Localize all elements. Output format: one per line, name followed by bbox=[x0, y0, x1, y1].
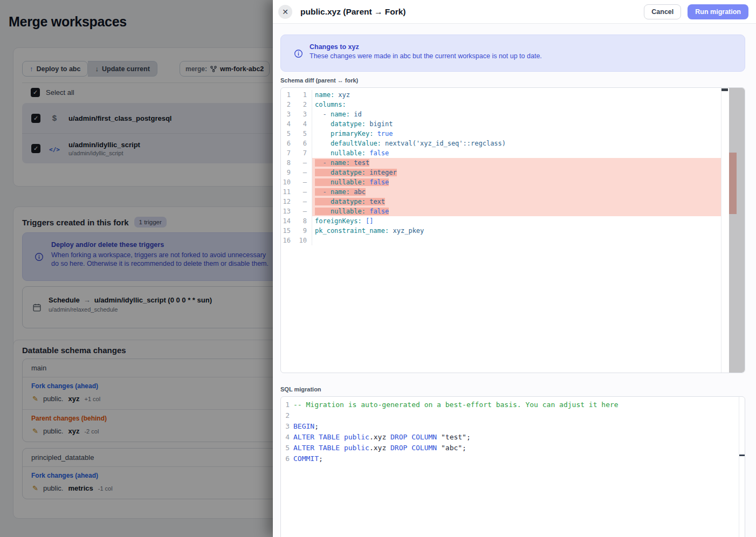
code-token bbox=[315, 130, 331, 137]
code-token: defaultValue: bbox=[331, 140, 381, 147]
diff-gutter-old: 12 bbox=[281, 197, 291, 206]
diff-line-text: foreignKeys: [] bbox=[315, 217, 373, 225]
code-token bbox=[340, 444, 344, 452]
diff-overview-ruler[interactable] bbox=[729, 88, 745, 373]
diff-line-text: columns: bbox=[315, 101, 346, 108]
diff-gutter-old: 2 bbox=[281, 100, 291, 109]
diff-line-text: nullable: false bbox=[315, 149, 389, 157]
sql-line-code: COMMIT; bbox=[290, 453, 739, 464]
diff-line: 11– - name: abc bbox=[281, 187, 745, 197]
diff-line-text: - name: id bbox=[315, 111, 362, 118]
code-token: . bbox=[369, 444, 374, 452]
sql-line-code: ALTER TABLE public.xyz DROP COLUMN "test… bbox=[290, 432, 739, 443]
diff-gutter-new: 6 bbox=[291, 139, 307, 148]
diff-line: 1610 bbox=[281, 236, 745, 245]
diff-line-code: primaryKey: true bbox=[312, 129, 721, 139]
code-token bbox=[315, 169, 331, 176]
diff-gutter-new: 5 bbox=[291, 129, 307, 139]
code-token: COMMIT bbox=[293, 455, 319, 463]
schema-diff-editor[interactable]: 11name: xyz22columns:33 - name: id44 dat… bbox=[280, 87, 745, 373]
diff-gutter-new: 9 bbox=[291, 226, 307, 236]
changes-banner: Changes to xyz These changes were made i… bbox=[280, 35, 745, 72]
code-token: nullable: bbox=[331, 208, 366, 215]
code-token bbox=[315, 159, 322, 167]
diff-line: 159pk_constraint_name: xyz_pkey bbox=[281, 226, 745, 236]
code-token bbox=[315, 111, 322, 118]
diff-line-text: pk_constraint_name: xyz_pkey bbox=[315, 227, 424, 235]
diff-line-text: nullable: false bbox=[315, 178, 389, 186]
sql-line-code: BEGIN; bbox=[290, 421, 739, 432]
diff-line-code: name: xyz bbox=[312, 90, 721, 100]
diff-gutter-new: – bbox=[291, 177, 307, 187]
diff-line-text: defaultValue: nextval('xyz_id_seq'::regc… bbox=[315, 140, 506, 147]
code-token: columns: bbox=[315, 101, 346, 108]
diff-gutter-old: 15 bbox=[281, 226, 291, 236]
diff-deleted-chunk-marker bbox=[729, 153, 737, 214]
code-token: text bbox=[369, 198, 385, 205]
code-token: bigint bbox=[369, 120, 393, 128]
code-token: false bbox=[369, 208, 389, 215]
code-token: xyz_pkey bbox=[393, 227, 424, 235]
cancel-button[interactable]: Cancel bbox=[644, 4, 681, 19]
diff-line-text: datatype: text bbox=[315, 198, 385, 205]
sql-scrollbar-marker[interactable] bbox=[739, 455, 745, 456]
sql-line-code: -- Migration is auto-generated on a best… bbox=[290, 400, 739, 410]
diff-line-code: datatype: bigint bbox=[312, 119, 721, 129]
diff-gutter-old: 13 bbox=[281, 206, 291, 216]
diff-gutter-old: 3 bbox=[281, 109, 291, 119]
code-token: datatype: bbox=[331, 120, 366, 128]
code-token: foreignKeys: bbox=[315, 217, 362, 225]
schema-diff-label: Schema diff (parent ↔ fork) bbox=[280, 77, 358, 84]
diff-gutter-separator bbox=[307, 177, 312, 187]
code-token: name: bbox=[331, 159, 350, 167]
diff-line: 9– datatype: integer bbox=[281, 168, 745, 177]
code-token: nullable: bbox=[331, 178, 366, 186]
diff-gutter-new: – bbox=[291, 158, 307, 168]
diff-line-code: nullable: false bbox=[312, 177, 721, 187]
code-token: DROP bbox=[390, 433, 407, 441]
drawer-header: ✕ public.xyz (Parent → Fork) Cancel Run … bbox=[273, 0, 756, 24]
code-token bbox=[389, 227, 393, 235]
code-token: nextval('xyz_id_seq'::regclass) bbox=[385, 140, 506, 147]
sql-migration-editor[interactable]: 1-- Migration is auto-generated on a bes… bbox=[280, 396, 745, 537]
diff-line-text: - name: test bbox=[315, 159, 369, 167]
code-token: DROP bbox=[390, 444, 407, 452]
code-token: COLUMN bbox=[411, 433, 437, 441]
diff-gutter-separator bbox=[307, 206, 312, 216]
diff-gutter-new: 8 bbox=[291, 216, 307, 226]
sql-gutter: 1 bbox=[281, 400, 290, 410]
close-icon[interactable]: ✕ bbox=[278, 5, 292, 19]
diff-line-code: defaultValue: nextval('xyz_id_seq'::regc… bbox=[312, 139, 721, 148]
code-token: - bbox=[322, 188, 330, 196]
code-token: ALTER bbox=[293, 433, 314, 441]
code-token: datatype: bbox=[331, 198, 366, 205]
diff-gutter-separator bbox=[307, 187, 312, 197]
diff-line: 44 datatype: bigint bbox=[281, 119, 745, 129]
run-migration-button[interactable]: Run migration bbox=[688, 4, 748, 19]
code-token: true bbox=[377, 130, 393, 137]
code-token: ; bbox=[319, 455, 323, 463]
banner-text: These changes were made in abc but the c… bbox=[310, 52, 542, 60]
diff-gutter-old: 5 bbox=[281, 129, 291, 139]
diff-gutter-new: – bbox=[291, 206, 307, 216]
diff-line: 10– nullable: false bbox=[281, 177, 745, 187]
diff-line-text: datatype: integer bbox=[315, 169, 397, 176]
diff-scroll-track bbox=[721, 88, 721, 373]
code-token bbox=[315, 149, 331, 157]
code-token: integer bbox=[369, 169, 397, 176]
code-token: [] bbox=[366, 217, 373, 225]
app-window: Merge workspaces ↑ Deploy to abc ↓ Updat… bbox=[0, 0, 756, 537]
code-token: public bbox=[344, 444, 369, 452]
code-token bbox=[314, 444, 319, 452]
sql-gutter: 5 bbox=[281, 443, 290, 453]
diff-gutter-separator bbox=[307, 236, 312, 245]
diff-gutter-separator bbox=[307, 148, 312, 158]
sql-line: 4ALTER TABLE public.xyz DROP COLUMN "tes… bbox=[281, 432, 745, 443]
diff-scrollbar-thumb[interactable] bbox=[721, 88, 728, 91]
code-token: COLUMN bbox=[411, 444, 437, 452]
code-token bbox=[315, 120, 331, 128]
sql-line: 6COMMIT; bbox=[281, 453, 745, 464]
code-token bbox=[315, 140, 331, 147]
diff-gutter-new: 7 bbox=[291, 148, 307, 158]
sql-gutter: 4 bbox=[281, 432, 290, 443]
